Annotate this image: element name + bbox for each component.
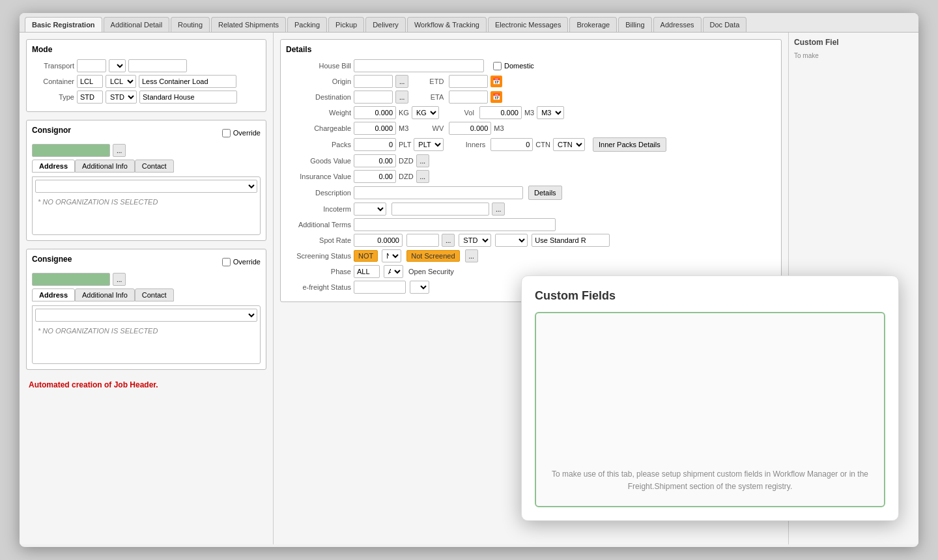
inners-input[interactable] xyxy=(490,138,533,151)
consignee-address-tab[interactable]: Address xyxy=(32,288,75,301)
transport-desc-input[interactable] xyxy=(128,59,187,72)
consignee-contact-tab[interactable]: Contact xyxy=(135,288,174,301)
consignor-override-checkbox[interactable] xyxy=(222,129,231,137)
spot-rate-type-select[interactable]: STD xyxy=(459,234,491,247)
insurance-value-input[interactable] xyxy=(354,170,396,183)
phase-input[interactable] xyxy=(354,265,380,278)
weight-input[interactable] xyxy=(354,106,396,119)
consignee-additional-info-tab[interactable]: Additional Info xyxy=(75,288,135,301)
type-desc-input[interactable] xyxy=(139,91,237,104)
vol-input[interactable] xyxy=(479,106,522,119)
consignor-dropdown[interactable] xyxy=(35,180,257,193)
consignor-contact-tab[interactable]: Contact xyxy=(135,160,174,173)
efreight-input[interactable] xyxy=(354,281,406,294)
type-input[interactable] xyxy=(77,91,103,104)
consignee-dots-btn[interactable]: ... xyxy=(113,273,126,286)
inners-unit-select[interactable]: CTN xyxy=(553,138,585,151)
screening-dots-btn[interactable]: ... xyxy=(465,249,478,262)
wv-input[interactable] xyxy=(449,122,491,135)
consignor-green-input[interactable] xyxy=(32,144,110,157)
container-desc-input[interactable] xyxy=(139,75,236,88)
type-select[interactable]: STD xyxy=(106,91,137,104)
packs-input[interactable] xyxy=(354,138,396,151)
efreight-label: e-freight Status xyxy=(286,283,351,291)
tab-basic-registration[interactable]: Basic Registration xyxy=(25,17,102,33)
destination-label: Destination xyxy=(286,93,351,101)
tab-routing[interactable]: Routing xyxy=(171,17,210,32)
popup-hint-text: To make use of this tab, please setup sh… xyxy=(549,468,871,493)
spot-rate-input[interactable] xyxy=(354,234,403,247)
tab-related-shipments[interactable]: Related Shipments xyxy=(211,17,286,32)
domestic-checkbox[interactable] xyxy=(493,62,502,70)
incoterm-label: Incoterm xyxy=(286,205,351,213)
consignor-address-tab[interactable]: Address xyxy=(32,160,75,173)
insurance-value-dots-btn[interactable]: ... xyxy=(416,170,429,183)
tab-electronic-messages[interactable]: Electronic Messages xyxy=(488,17,569,32)
incoterm-input[interactable] xyxy=(391,203,489,216)
etd-input[interactable] xyxy=(449,75,488,88)
container-label: Container xyxy=(32,77,74,85)
consignee-override-checkbox[interactable] xyxy=(222,258,231,266)
transport-select[interactable] xyxy=(109,59,126,72)
transport-input[interactable] xyxy=(77,59,106,72)
consignor-title: Consignor xyxy=(32,126,71,135)
screening-not-select[interactable]: NOT xyxy=(382,249,401,262)
destination-dots-btn[interactable]: ... xyxy=(395,91,408,104)
incoterm-dots-btn[interactable]: ... xyxy=(492,203,505,216)
weight-label: Weight xyxy=(286,109,351,117)
consignor-input-row: ... xyxy=(32,144,261,157)
consignee-sub-tabs: Address Additional Info Contact xyxy=(32,288,261,301)
eta-input[interactable] xyxy=(449,91,488,104)
additional-terms-input[interactable] xyxy=(354,218,556,231)
vol-unit: M3 xyxy=(524,109,534,117)
consignor-dots-btn[interactable]: ... xyxy=(113,144,126,157)
destination-input[interactable] xyxy=(354,91,393,104)
incoterm-select[interactable] xyxy=(354,203,386,216)
tab-brokerage[interactable]: Brokerage xyxy=(569,17,617,32)
spot-rate-select2[interactable] xyxy=(495,234,528,247)
details-btn[interactable]: Details xyxy=(528,186,562,200)
tab-delivery[interactable]: Delivery xyxy=(365,17,406,32)
tab-billing[interactable]: Billing xyxy=(618,17,651,32)
inners-label: Inners xyxy=(459,141,485,148)
consignee-green-input[interactable] xyxy=(32,273,110,286)
consignee-header: Consignee Override xyxy=(32,255,261,269)
goods-value-dots-btn[interactable]: ... xyxy=(416,154,429,167)
destination-row: Destination ... ETA 📅 xyxy=(286,91,776,104)
spot-rate-dots-btn[interactable]: ... xyxy=(442,234,455,247)
popup-content-box: To make use of this tab, please setup sh… xyxy=(535,312,885,507)
efreight-select[interactable] xyxy=(410,281,429,294)
spot-rate-input2[interactable] xyxy=(406,234,439,247)
eta-calendar-icon[interactable]: 📅 xyxy=(490,91,502,103)
insurance-value-label: Insurance Value xyxy=(286,173,351,180)
origin-input[interactable] xyxy=(354,75,393,88)
consignor-sub-content: * NO ORGANIZATION IS SELECTED xyxy=(32,176,261,235)
inner-packs-details-btn[interactable]: Inner Packs Details xyxy=(593,137,666,152)
container-select[interactable]: LCL xyxy=(106,75,136,88)
spot-rate-label: Spot Rate xyxy=(286,236,351,244)
weight-unit-select[interactable]: KG xyxy=(412,106,439,119)
origin-dots-btn[interactable]: ... xyxy=(395,75,408,88)
type-label: Type xyxy=(32,93,74,101)
container-input[interactable] xyxy=(77,75,103,88)
consignor-additional-info-tab[interactable]: Additional Info xyxy=(75,160,135,173)
tab-workflow-tracking[interactable]: Workflow & Tracking xyxy=(407,17,487,32)
additional-terms-row: Additional Terms xyxy=(286,218,776,231)
not-screened-badge: Not Screened xyxy=(406,250,459,262)
use-standard-input[interactable] xyxy=(532,234,610,247)
etd-calendar-icon[interactable]: 📅 xyxy=(490,76,502,87)
description-input[interactable] xyxy=(354,186,523,199)
chargeable-input[interactable] xyxy=(354,122,396,135)
phase-select[interactable]: ALL xyxy=(384,265,403,278)
packs-unit-select[interactable]: PLT xyxy=(414,138,444,151)
tab-packing[interactable]: Packing xyxy=(287,17,327,32)
consignee-dropdown[interactable] xyxy=(35,309,257,322)
tab-pickup[interactable]: Pickup xyxy=(328,17,364,32)
tab-addresses[interactable]: Addresses xyxy=(653,17,702,32)
goods-value-input[interactable] xyxy=(354,154,396,167)
tab-additional-detail[interactable]: Additional Detail xyxy=(104,17,170,32)
house-bill-input[interactable] xyxy=(354,59,484,72)
vol-unit-select[interactable]: M3 xyxy=(537,106,564,119)
consignee-sub-content: * NO ORGANIZATION IS SELECTED xyxy=(32,305,261,364)
tab-doc-data[interactable]: Doc Data xyxy=(703,17,747,32)
